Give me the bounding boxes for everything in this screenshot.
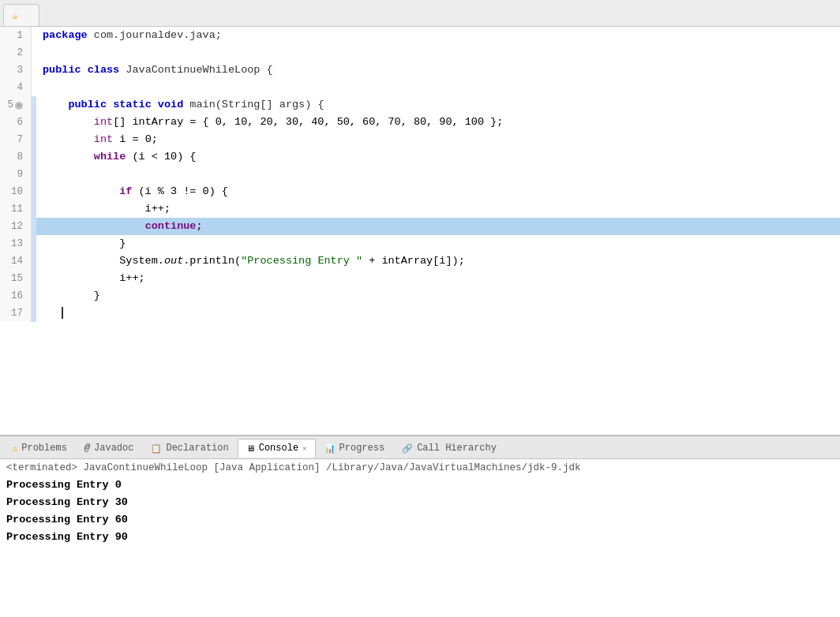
panel-tab-declaration[interactable]: 📋 Declaration xyxy=(142,439,237,458)
console-output-line: Processing Entry 30 xyxy=(6,494,834,511)
code-content: i++; xyxy=(36,200,840,218)
code-line: 12 continue; xyxy=(0,218,840,235)
code-content xyxy=(36,44,840,62)
fold-button[interactable]: − xyxy=(15,102,23,110)
callhierarchy-icon: 🔗 xyxy=(402,443,413,454)
line-number: 16 xyxy=(0,287,32,305)
code-content: package com.journaldev.java; xyxy=(36,27,840,44)
bottom-panel: ⚠ Problems@ Javadoc📋 Declaration🖥 Consol… xyxy=(0,436,840,617)
code-line: 14 System.out.println("Processing Entry … xyxy=(0,252,840,270)
line-number: 3 xyxy=(0,62,32,79)
code-content: public static void main(String[] args) { xyxy=(36,96,840,114)
panel-tab-javadoc[interactable]: @ Javadoc xyxy=(76,439,143,458)
code-line: 8 while (i < 10) { xyxy=(0,148,840,166)
code-content xyxy=(36,166,840,183)
panel-tab-label: Console xyxy=(259,443,298,454)
code-line: 6 int[] intArray = { 0, 10, 20, 30, 40, … xyxy=(0,114,840,131)
code-content: while (i < 10) { xyxy=(36,148,840,166)
javadoc-icon: @ xyxy=(84,443,90,454)
code-content xyxy=(36,79,840,96)
code-content: continue; xyxy=(36,218,840,235)
panel-tab-label: Javadoc xyxy=(94,443,133,454)
code-line: 1package com.journaldev.java; xyxy=(0,27,840,44)
panel-tab-bar: ⚠ Problems@ Javadoc📋 Declaration🖥 Consol… xyxy=(0,436,840,459)
code-content: int i = 0; xyxy=(36,131,840,148)
code-line: 10 if (i % 3 != 0) { xyxy=(0,183,840,200)
panel-tab-console[interactable]: 🖥 Console ✕ xyxy=(238,439,316,458)
code-line: 9 xyxy=(0,166,840,183)
line-number: 13 xyxy=(0,235,32,252)
code-line: 17 xyxy=(0,305,840,322)
line-number: 5− xyxy=(0,96,32,114)
code-line: 13 } xyxy=(0,235,840,252)
line-number: 1 xyxy=(0,27,32,44)
line-number: 10 xyxy=(0,183,32,200)
console-area[interactable]: <terminated> JavaContinueWhileLoop [Java… xyxy=(0,459,840,617)
panel-tab-label: Problems xyxy=(21,443,67,454)
code-line: 5− public static void main(String[] args… xyxy=(0,96,840,114)
panel-tab-progress[interactable]: 📊 Progress xyxy=(316,439,394,458)
code-content: int[] intArray = { 0, 10, 20, 30, 40, 50… xyxy=(36,114,840,131)
declaration-icon: 📋 xyxy=(151,443,162,454)
panel-tab-problems[interactable]: ⚠ Problems xyxy=(3,439,76,458)
code-line: 16 } xyxy=(0,287,840,305)
code-container[interactable]: 1package com.journaldev.java;23public cl… xyxy=(0,27,840,435)
line-number: 15 xyxy=(0,270,32,287)
code-line: 11 i++; xyxy=(0,200,840,218)
code-content: } xyxy=(36,235,840,252)
code-content: i++; xyxy=(36,270,840,287)
code-content xyxy=(36,305,840,322)
line-number: 4 xyxy=(0,79,32,96)
progress-icon: 📊 xyxy=(324,443,336,454)
code-line: 4 xyxy=(0,79,840,96)
panel-tab-label: Progress xyxy=(339,443,385,454)
editor-tab[interactable]: ☕ xyxy=(3,4,39,26)
tab-bar: ☕ xyxy=(0,0,840,27)
editor-area: 1package com.journaldev.java;23public cl… xyxy=(0,27,840,436)
tab-close-icon[interactable]: ✕ xyxy=(302,444,306,453)
code-line: 2 xyxy=(0,44,840,62)
panel-tab-label: Call Hierarchy xyxy=(417,443,497,454)
panel-tab-callhierarchy[interactable]: 🔗 Call Hierarchy xyxy=(393,439,505,458)
console-icon: 🖥 xyxy=(246,443,255,454)
problems-icon: ⚠ xyxy=(12,443,17,454)
line-number: 7 xyxy=(0,131,32,148)
console-output-line: Processing Entry 90 xyxy=(6,529,834,546)
line-number: 14 xyxy=(0,252,32,270)
panel-tab-label: Declaration xyxy=(166,443,228,454)
code-content: public class JavaContinueWhileLoop { xyxy=(36,62,840,79)
code-line: 7 int i = 0; xyxy=(0,131,840,148)
code-line: 3public class JavaContinueWhileLoop { xyxy=(0,62,840,79)
code-content: if (i % 3 != 0) { xyxy=(36,183,840,200)
line-number: 9 xyxy=(0,166,32,183)
code-content: System.out.println("Processing Entry " +… xyxy=(36,252,840,270)
line-number: 12 xyxy=(0,218,32,235)
line-number: 17 xyxy=(0,305,32,322)
line-number: 6 xyxy=(0,114,32,131)
line-number: 2 xyxy=(0,44,32,62)
code-line: 15 i++; xyxy=(0,270,840,287)
console-header: <terminated> JavaContinueWhileLoop [Java… xyxy=(6,462,834,473)
line-number: 11 xyxy=(0,200,32,218)
console-output-line: Processing Entry 60 xyxy=(6,511,834,529)
code-content: } xyxy=(36,287,840,305)
java-file-icon: ☕ xyxy=(12,9,18,22)
line-number: 8 xyxy=(0,148,32,166)
console-output-line: Processing Entry 0 xyxy=(6,477,834,494)
